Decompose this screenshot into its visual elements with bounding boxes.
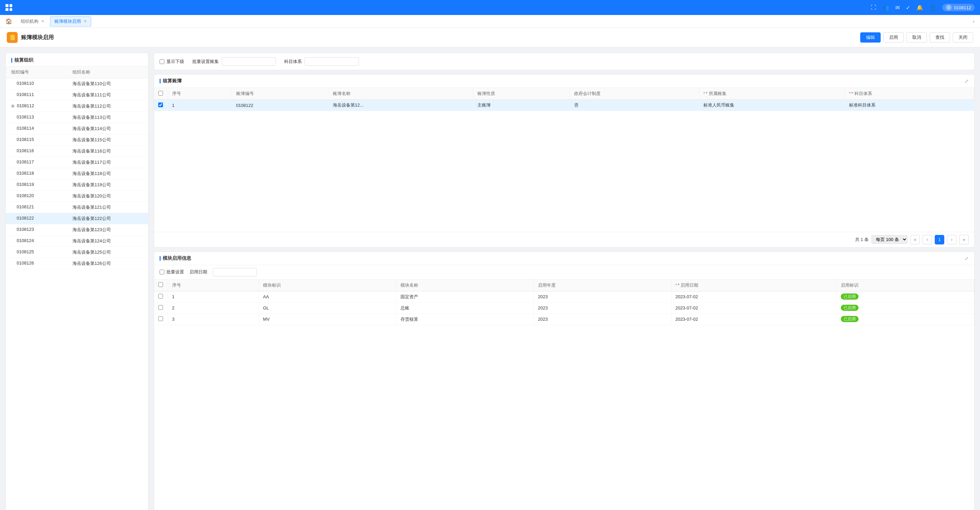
tab-more-icon[interactable]: › xyxy=(973,18,975,24)
module-expand-btn[interactable]: ⤢ xyxy=(965,256,969,261)
org-name-cell: 海岳设备第111公司 xyxy=(73,92,143,98)
org-code-cell: 0108123 xyxy=(11,227,73,233)
org-row[interactable]: 0108114 海岳设备第114公司 xyxy=(6,123,148,134)
batch-set-label: 批量设置账集 xyxy=(192,59,219,65)
module-row-check[interactable] xyxy=(154,302,168,314)
org-name-cell: 海岳设备第119公司 xyxy=(73,182,143,188)
user-icon[interactable]: 👤 xyxy=(929,5,936,11)
module-row[interactable]: 3 MV 存货核算 2023 2023-07-02 已启用 xyxy=(154,314,974,325)
org-name-cell: 海岳设备第110公司 xyxy=(73,81,143,87)
org-row[interactable]: 0108119 海岳设备第119公司 xyxy=(6,179,148,191)
org-row[interactable]: 0108122 海岳设备第122公司 xyxy=(6,213,148,224)
ledger-nature-col: 账簿性质 xyxy=(473,88,570,100)
team-icon[interactable]: 👥 xyxy=(882,5,889,11)
org-row[interactable]: 0108121 海岳设备第121公司 xyxy=(6,202,148,213)
org-code-cell: 0108110 xyxy=(11,81,73,87)
ledger-code-col: 账簿编号 xyxy=(232,88,328,100)
ledger-expand-btn[interactable]: ⤢ xyxy=(965,78,969,84)
check-icon[interactable]: ✓ xyxy=(906,5,910,11)
ledger-first-page[interactable]: « xyxy=(910,235,920,244)
org-code-header: 组织编号 xyxy=(11,69,73,75)
org-row[interactable]: 0108118 海岳设备第118公司 xyxy=(6,168,148,179)
right-panel: 显示下级 批量设置账集 科目体系 核算账簿 ⤢ xyxy=(154,53,975,510)
ledger-per-page[interactable]: 每页 100 条 xyxy=(872,235,907,244)
module-section-title: 模块启用信息 xyxy=(159,255,191,261)
module-row-year: 2023 xyxy=(533,302,671,314)
home-icon[interactable]: 🏠 xyxy=(5,18,12,24)
apps-icon[interactable] xyxy=(5,4,12,11)
module-row-status: 已启用 xyxy=(837,314,974,325)
ledger-total: 共 1 条 xyxy=(855,237,869,243)
tab-ledger-close[interactable]: ✕ xyxy=(84,19,87,24)
ledger-last-page[interactable]: » xyxy=(959,235,969,244)
ledger-set-col: ** 所属账集 xyxy=(699,88,845,100)
org-name-cell: 海岳设备第117公司 xyxy=(73,159,143,166)
org-code-cell: 0108121 xyxy=(11,204,73,210)
module-row-check[interactable] xyxy=(154,314,168,325)
show-sub-checkbox-label[interactable]: 显示下级 xyxy=(159,59,184,65)
module-row-check[interactable] xyxy=(154,291,168,302)
module-row-id: GL xyxy=(259,302,396,314)
module-row-date: 2023-07-02 xyxy=(671,314,837,325)
ledger-section-title: 核算账簿 xyxy=(159,78,182,84)
enable-button[interactable]: 启用 xyxy=(883,32,904,43)
org-row[interactable]: 0108123 海岳设备第123公司 xyxy=(6,224,148,236)
module-table: 序号 模块标识 模块名称 启用年度 ** 启用日期 启用标识 1 AA 固定资产… xyxy=(154,279,974,325)
org-row[interactable]: 0108120 海岳设备第120公司 xyxy=(6,191,148,202)
org-row[interactable]: ⊞ 0108112 海岳设备第112公司 xyxy=(6,101,148,112)
tab-org[interactable]: 组织机构 ✕ xyxy=(16,16,49,27)
ledger-row[interactable]: 1 0108122 海岳设备第12... 主账簿 否 标准人民币账集 标准科目体… xyxy=(154,100,974,111)
org-row[interactable]: 0108126 海岳设备第126公司 xyxy=(6,258,148,269)
nav-right: ⛶ 👥 ✉ ✓ 🔔 👤 0 0108112 xyxy=(871,4,975,11)
close-button[interactable]: 关闭 xyxy=(953,32,973,43)
batch-set-check-label[interactable]: 批量设置 xyxy=(159,269,184,275)
main-content: 核算组织 组织编号 组织名称 0108110 海岳设备第110公司 010811… xyxy=(0,47,980,510)
ledger-prev-page[interactable]: ‹ xyxy=(923,235,932,244)
org-row[interactable]: 0108111 海岳设备第111公司 xyxy=(6,89,148,101)
module-row[interactable]: 1 AA 固定资产 2023 2023-07-02 已启用 xyxy=(154,291,974,302)
org-row[interactable]: 0108124 海岳设备第124公司 xyxy=(6,236,148,247)
module-select-all[interactable] xyxy=(158,282,163,287)
cancel-button[interactable]: 取消 xyxy=(907,32,927,43)
subject-system-filter: 科目体系 xyxy=(284,57,359,66)
module-row[interactable]: 2 GL 总账 2023 2023-07-02 已启用 xyxy=(154,302,974,314)
find-button[interactable]: 查找 xyxy=(930,32,950,43)
edit-button[interactable]: 编辑 xyxy=(860,32,881,43)
status-badge: 已启用 xyxy=(841,316,859,322)
user-button[interactable]: 0 0108112 xyxy=(942,4,975,11)
org-name-cell: 海岳设备第118公司 xyxy=(73,171,143,177)
org-name-cell: 海岳设备第114公司 xyxy=(73,126,143,132)
org-name-header: 组织名称 xyxy=(73,69,143,75)
bell-icon[interactable]: 🔔 xyxy=(916,5,923,11)
show-sub-checkbox[interactable] xyxy=(159,59,164,64)
org-code-cell: 0108118 xyxy=(11,171,73,177)
org-code-cell: 0108124 xyxy=(11,238,73,244)
batch-set-input[interactable] xyxy=(221,57,276,66)
org-row[interactable]: 0108117 海岳设备第117公司 xyxy=(6,157,148,168)
org-name-cell: 海岳设备第122公司 xyxy=(73,215,143,222)
org-code-cell: 0108125 xyxy=(11,249,73,255)
mail-icon[interactable]: ✉ xyxy=(895,5,900,11)
module-name-col: 模块名称 xyxy=(396,279,533,292)
ledger-row-check[interactable] xyxy=(154,100,168,111)
subject-system-input[interactable] xyxy=(305,57,359,66)
org-row[interactable]: 0108110 海岳设备第110公司 xyxy=(6,78,148,89)
ledger-next-page[interactable]: › xyxy=(947,235,956,244)
fullscreen-icon[interactable]: ⛶ xyxy=(871,5,876,11)
batch-set-checkbox[interactable] xyxy=(159,269,164,274)
enable-date-input[interactable] xyxy=(213,268,257,276)
org-row[interactable]: 0108113 海岳设备第113公司 xyxy=(6,112,148,123)
org-row[interactable]: 0108125 海岳设备第125公司 xyxy=(6,247,148,258)
org-row[interactable]: 0108116 海岳设备第116公司 xyxy=(6,146,148,157)
ledger-page-1[interactable]: 1 xyxy=(935,235,944,244)
expand-icon[interactable]: ⊞ xyxy=(11,104,14,108)
module-row-name: 存货核算 xyxy=(396,314,533,325)
ledger-table-header-row: 序号 账簿编号 账簿名称 账簿性质 政府会计制度 ** 所属账集 ** 科目体系 xyxy=(154,88,974,100)
ledger-gov-col: 政府会计制度 xyxy=(570,88,699,100)
tab-ledger[interactable]: 账簿模块启用 ✕ xyxy=(50,16,91,27)
ledger-select-all[interactable] xyxy=(158,91,163,96)
org-name-cell: 海岳设备第116公司 xyxy=(73,148,143,154)
org-row[interactable]: 0108115 海岳设备第115公司 xyxy=(6,134,148,146)
tab-ledger-label: 账簿模块启用 xyxy=(54,18,81,24)
page-title: 账簿模块启用 xyxy=(21,34,54,41)
